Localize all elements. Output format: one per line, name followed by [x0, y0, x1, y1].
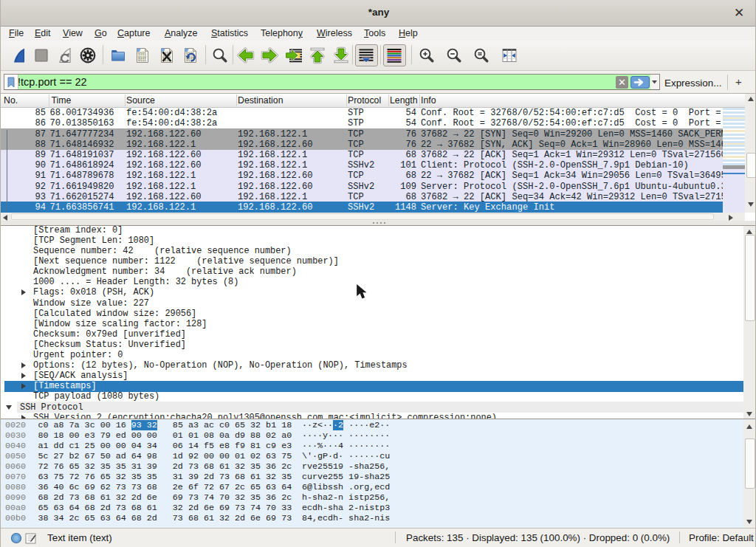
svg-text:0111: 0111	[138, 58, 146, 62]
